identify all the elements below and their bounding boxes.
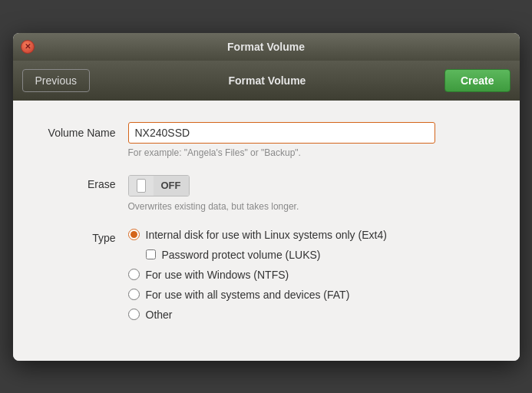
titlebar-title: Format Volume: [227, 41, 305, 53]
type-option-luks-label: Password protect volume (LUKS): [162, 249, 321, 261]
titlebar: ✕ Format Volume: [13, 33, 520, 61]
type-radio-group: Internal disk for use with Linux systems…: [128, 229, 489, 321]
toggle-off-area: [129, 176, 154, 196]
type-option-ext4[interactable]: Internal disk for use with Linux systems…: [128, 229, 489, 241]
type-checkbox-luks[interactable]: [146, 249, 156, 259]
volume-name-label: Volume Name: [44, 122, 128, 139]
erase-toggle[interactable]: OFF: [128, 175, 190, 196]
type-option-ntfs[interactable]: For use with Windows (NTFS): [128, 269, 489, 281]
type-option-fat[interactable]: For use with all systems and devices (FA…: [128, 289, 489, 301]
volume-name-row: Volume Name For example: "Angela's Files…: [44, 122, 489, 158]
type-radio-fat[interactable]: [128, 289, 140, 300]
type-field: Internal disk for use with Linux systems…: [128, 227, 489, 321]
volume-name-field: For example: "Angela's Files" or "Backup…: [128, 122, 489, 158]
dialog-window: ✕ Format Volume Previous Format Volume C…: [13, 33, 520, 361]
volume-name-hint: For example: "Angela's Files" or "Backup…: [128, 147, 489, 158]
type-radio-other[interactable]: [128, 309, 140, 320]
toggle-off-label: OFF: [154, 176, 189, 196]
erase-label: Erase: [44, 173, 128, 190]
toolbar: Previous Format Volume Create: [13, 61, 520, 101]
volume-name-input[interactable]: [128, 122, 435, 144]
erase-field: OFF Overwrites existing data, but takes …: [128, 173, 489, 212]
toolbar-title: Format Volume: [229, 74, 306, 87]
type-option-fat-label: For use with all systems and devices (FA…: [146, 289, 350, 301]
toggle-knob: [137, 179, 146, 193]
erase-row: Erase OFF Overwrites existing data, but …: [44, 173, 489, 212]
erase-toggle-container: OFF: [128, 175, 489, 196]
type-radio-ntfs[interactable]: [128, 269, 140, 280]
previous-button[interactable]: Previous: [22, 69, 90, 92]
type-radio-ext4[interactable]: [128, 229, 140, 240]
type-row: Type Internal disk for use with Linux sy…: [44, 227, 489, 321]
type-label: Type: [44, 227, 128, 244]
type-option-luks[interactable]: Password protect volume (LUKS): [128, 249, 489, 261]
form-content: Volume Name For example: "Angela's Files…: [13, 101, 520, 361]
create-button[interactable]: Create: [444, 69, 511, 92]
close-button[interactable]: ✕: [21, 40, 35, 54]
erase-hint: Overwrites existing data, but takes long…: [128, 201, 489, 212]
type-option-other-label: Other: [146, 309, 173, 321]
type-option-ntfs-label: For use with Windows (NTFS): [146, 269, 289, 281]
type-option-other[interactable]: Other: [128, 309, 489, 321]
type-option-ext4-label: Internal disk for use with Linux systems…: [146, 229, 387, 241]
